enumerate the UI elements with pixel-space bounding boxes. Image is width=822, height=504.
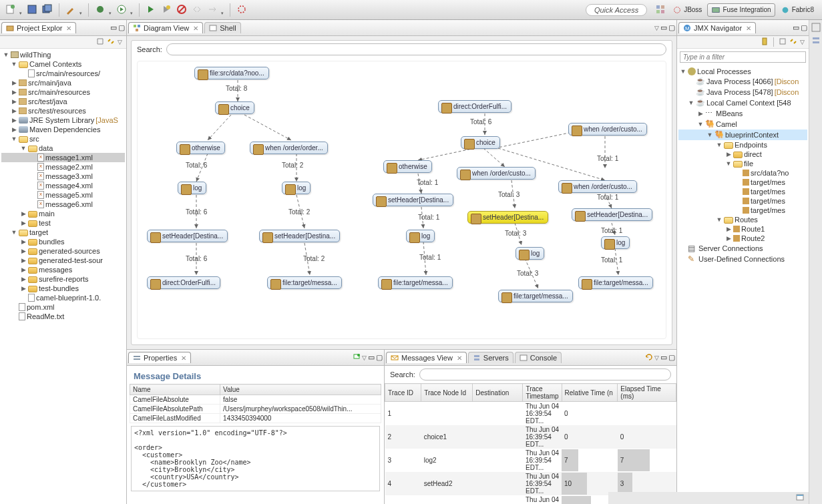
diagram-node[interactable]: file:target/messa... <box>378 276 453 289</box>
pin-icon[interactable] <box>353 353 361 362</box>
tree-item[interactable]: Maven Dependencies <box>29 125 100 134</box>
col-header[interactable]: Trace Node Id <box>421 384 473 402</box>
minimize-icon[interactable]: ▭ <box>110 23 117 32</box>
table-row[interactable]: 2choice1Thu Jun 04 16:39:54 EDT...00 <box>385 425 676 449</box>
tree-item[interactable]: Local Camel Context [548 <box>706 99 791 107</box>
console-tab[interactable]: Console <box>515 352 562 363</box>
close-icon[interactable]: ✕ <box>193 25 198 32</box>
dropdown-arrow-icon[interactable] <box>109 8 113 12</box>
diagram-node[interactable]: log <box>516 247 544 260</box>
messages-tab[interactable]: Messages View ✕ <box>386 352 467 363</box>
diagram-node[interactable]: file:target/messa... <box>267 276 342 289</box>
col-header[interactable]: Destination <box>473 384 523 402</box>
tree-item[interactable]: src <box>29 135 39 143</box>
maximize-icon[interactable]: ▢ <box>801 23 807 32</box>
refresh-icon[interactable] <box>645 353 653 362</box>
col-header[interactable]: Trace Timestamp <box>523 384 562 402</box>
tree-item[interactable]: Camel <box>716 120 737 128</box>
tree-item[interactable]: messages <box>39 266 72 274</box>
tree-item[interactable]: Java Process [4066] <box>706 77 773 85</box>
diagram-node[interactable]: when /order/custo... <box>558 180 637 193</box>
tree-item[interactable]: JRE System Library <box>29 116 94 124</box>
shell-tab[interactable]: Shell <box>204 22 240 33</box>
tree-item[interactable]: generated-test-sour <box>39 256 103 264</box>
close-icon[interactable]: ✕ <box>181 354 186 362</box>
tree-item[interactable]: generated-sources <box>39 247 100 255</box>
tree-item[interactable]: User-Defined Connections <box>698 255 785 263</box>
col-header[interactable]: Trace ID <box>385 384 421 402</box>
maximize-icon[interactable]: ▢ <box>668 353 675 362</box>
view-menu-icon[interactable]: ▽ <box>362 354 367 361</box>
tree-item[interactable]: data <box>39 144 53 152</box>
properties-tab[interactable]: Properties ✕ <box>128 352 191 363</box>
diagram-node[interactable]: when /order/order... <box>250 142 328 154</box>
view-menu-icon[interactable]: ▽ <box>654 25 659 31</box>
perspective-jboss[interactable]: JBoss <box>668 3 706 17</box>
tree-item[interactable]: src/data?no <box>751 169 789 177</box>
save-all-button[interactable] <box>41 3 54 17</box>
dropdown-arrow-icon[interactable] <box>19 8 23 12</box>
diagram-node[interactable]: when /order/custo... <box>457 167 536 180</box>
col-header[interactable]: Name <box>130 385 220 395</box>
view-menu-icon[interactable]: ▽ <box>118 39 122 45</box>
diagram-node[interactable]: otherwise <box>176 142 225 154</box>
servers-tab[interactable]: Servers <box>468 352 513 363</box>
tree-item[interactable]: camel-blueprint-1.0. <box>36 294 101 302</box>
tree-item[interactable]: target <box>29 228 48 236</box>
minimize-icon[interactable]: ▭ <box>660 353 667 362</box>
diagram-tab[interactable]: Diagram View ✕ <box>128 22 203 33</box>
col-header[interactable]: Relative Time (n <box>562 384 618 402</box>
tree-item[interactable]: src/test/java <box>28 97 67 105</box>
diagram-node[interactable]: file:target/messa... <box>498 290 573 302</box>
tree-item[interactable]: src/main/resources/ <box>36 69 100 77</box>
view-menu-icon[interactable]: ▽ <box>800 39 805 45</box>
tree-item[interactable]: file <box>744 160 753 168</box>
dropdown-arrow-icon[interactable] <box>79 8 83 12</box>
tree-item[interactable]: message6.xml <box>45 200 93 208</box>
tree-item[interactable]: test-bundles <box>39 284 79 292</box>
link-icon[interactable] <box>789 37 797 47</box>
col-header[interactable]: Value <box>220 385 381 395</box>
tree-item[interactable]: MBeans <box>716 109 743 117</box>
tree-item[interactable]: message1.xml <box>45 154 93 162</box>
maximize-icon[interactable]: ▢ <box>118 23 125 32</box>
jmx-tree[interactable]: ▼Local Processes ☕Java Process [4066][Di… <box>677 65 809 504</box>
minimize-icon[interactable]: ▭ <box>793 23 799 32</box>
diagram-node[interactable]: log <box>178 182 206 194</box>
debug-button[interactable] <box>93 3 107 17</box>
tree-item[interactable]: direct <box>744 150 762 158</box>
minimize-icon[interactable]: ▭ <box>368 353 375 362</box>
tree-item[interactable]: Local Processes <box>697 67 751 75</box>
project-tree[interactable]: ▼wildThing ▼Camel Contexts src/main/reso… <box>0 49 126 504</box>
close-icon[interactable]: ✕ <box>457 354 462 362</box>
tree-item[interactable]: message3.xml <box>45 172 93 180</box>
run-button[interactable] <box>115 3 128 17</box>
diagram-node[interactable]: file:target/messa... <box>578 276 653 289</box>
collapse-all-icon[interactable] <box>96 37 104 47</box>
tree-item[interactable]: main <box>39 210 55 218</box>
maximize-icon[interactable]: ▢ <box>376 353 383 362</box>
quick-access[interactable]: Quick Access <box>586 4 647 16</box>
tree-item[interactable]: Routes <box>735 216 758 224</box>
suspend-button[interactable] <box>160 3 173 17</box>
messages-search-input[interactable] <box>419 368 671 381</box>
diagram-node[interactable]: log <box>601 236 630 249</box>
jmx-tab[interactable]: M JMX Navigator ✕ <box>678 22 756 33</box>
tree-item[interactable]: Java Process [5478] <box>706 88 773 96</box>
project-explorer-tab[interactable]: Project Explor ✕ <box>1 22 76 33</box>
tree-item[interactable]: pom.xml <box>27 303 55 311</box>
diagram-node[interactable]: choice <box>461 136 500 149</box>
open-perspective-button[interactable] <box>654 3 667 17</box>
diagram-node-selected[interactable]: setHeader[Destina... <box>467 211 548 224</box>
diagram-canvas[interactable]: file:src/data?noo... Total: 8 choice oth… <box>137 61 666 339</box>
diagram-node[interactable]: file:src/data?noo... <box>194 67 269 79</box>
table-row[interactable]: 3log2Thu Jun 04 16:39:54 EDT...77 <box>385 449 676 472</box>
tree-item[interactable]: Route1 <box>741 225 765 233</box>
tree-item[interactable]: surefire-reports <box>39 275 89 283</box>
tree-item[interactable]: Server Connections <box>698 244 763 252</box>
table-row[interactable]: 1Thu Jun 04 16:39:54 EDT...0 <box>385 402 676 426</box>
diagram-node[interactable]: setHeader[Destina... <box>572 208 652 221</box>
dropdown-arrow-icon[interactable] <box>221 8 225 12</box>
tree-item[interactable]: ReadMe.txt <box>27 312 64 320</box>
tree-item[interactable]: bundles <box>39 238 65 246</box>
